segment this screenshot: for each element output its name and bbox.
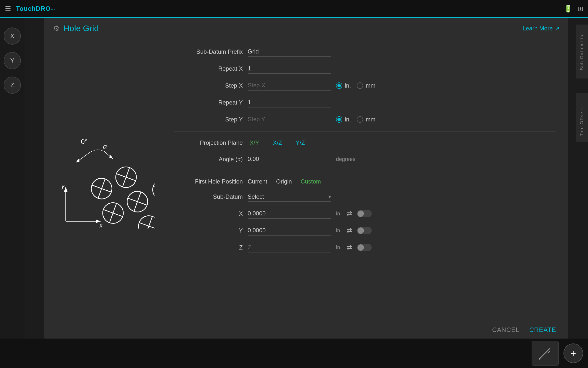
projection-yz-button[interactable]: Y/Z <box>294 138 307 147</box>
y-unit: in. <box>336 227 342 234</box>
step-x-mm-label: mm <box>366 82 375 89</box>
divider-1 <box>174 131 556 131</box>
create-button[interactable]: CREATE <box>529 326 556 334</box>
modal-title-area: ⚙ Hole Grid <box>53 24 99 33</box>
sub-datum-row: Sub-Datum Select ▾ <box>174 192 556 202</box>
step-x-in-radio-circle <box>336 82 342 89</box>
projection-xy-button[interactable]: X/Y <box>248 138 261 147</box>
axis-z-button[interactable]: Z <box>4 77 21 94</box>
form-area: Sub-Datum Prefix Repeat X Step X in. <box>162 39 568 321</box>
step-y-in-label: in. <box>345 116 351 123</box>
gear-icon: ⚙ <box>53 24 60 33</box>
svg-point-25 <box>135 212 154 229</box>
modal-footer: CANCEL CREATE <box>44 321 568 339</box>
projection-xz-button[interactable]: X/Z <box>271 138 284 147</box>
sub-datum-prefix-input[interactable] <box>248 47 331 57</box>
step-x-mm-radio[interactable]: mm <box>357 82 375 89</box>
step-y-mm-label: mm <box>366 116 375 123</box>
repeat-y-row: Repeat Y <box>174 97 556 107</box>
x-coordinate-input[interactable] <box>248 209 331 219</box>
add-button[interactable]: + <box>563 343 583 363</box>
angle-label: Angle (α) <box>174 156 243 163</box>
bottom-toolbar: + <box>0 339 588 368</box>
x-coordinate-label: X <box>174 210 243 217</box>
divider-2 <box>174 171 556 171</box>
angle-input[interactable] <box>248 154 331 164</box>
z-toggle-knob <box>358 244 364 251</box>
left-sidebar: X Y Z <box>0 18 25 368</box>
z-coordinate-input[interactable] <box>248 242 331 252</box>
angle-unit: degrees <box>336 156 356 162</box>
drill-icon <box>538 346 552 361</box>
sub-datum-prefix-row: Sub-Datum Prefix <box>174 47 556 57</box>
step-y-input[interactable] <box>248 114 331 124</box>
step-x-unit-group: in. mm <box>336 82 375 89</box>
x-unit: in. <box>336 210 342 217</box>
x-toggle[interactable] <box>357 210 372 217</box>
step-y-label: Step Y <box>174 116 243 123</box>
svg-line-0 <box>540 351 548 358</box>
drill-tool-button[interactable] <box>532 341 559 366</box>
svg-line-24 <box>153 180 154 199</box>
svg-text:0°: 0° <box>81 138 88 145</box>
projection-group: X/Y X/Z Y/Z <box>248 138 307 147</box>
repeat-x-label: Repeat X <box>174 65 243 72</box>
position-current-button[interactable]: Current <box>248 178 267 185</box>
step-x-input[interactable] <box>248 80 331 91</box>
z-unit: in. <box>336 244 342 251</box>
modal-header: ⚙ Hole Grid Learn More ↗ <box>44 18 568 39</box>
repeat-y-label: Repeat Y <box>174 99 243 106</box>
diagram-area: 0° α <box>44 39 162 321</box>
svg-line-23 <box>153 180 154 199</box>
cancel-button[interactable]: CANCEL <box>492 326 519 334</box>
sub-datum-select-wrapper: Select ▾ <box>248 192 331 202</box>
first-hole-position-label: First Hole Position <box>174 178 243 185</box>
top-bar: ☰ TouchDRO··· 🔋 ⊞ <box>0 0 588 18</box>
svg-line-1 <box>548 348 550 351</box>
repeat-x-input[interactable] <box>248 64 331 74</box>
svg-text:y: y <box>61 182 65 190</box>
step-y-row: Step Y in. mm <box>174 114 556 124</box>
step-y-unit-group: in. mm <box>336 116 375 123</box>
step-x-row: Step X in. mm <box>174 80 556 91</box>
step-x-in-radio[interactable]: in. <box>336 82 351 89</box>
step-y-in-radio[interactable]: in. <box>336 116 351 123</box>
step-y-mm-radio[interactable]: mm <box>357 116 375 123</box>
y-transfer-icon[interactable]: ⇄ <box>346 226 352 235</box>
menu-icon[interactable]: ☰ <box>5 5 11 13</box>
z-transfer-icon[interactable]: ⇄ <box>346 243 352 251</box>
sub-datum-prefix-label: Sub-Datum Prefix <box>174 48 243 55</box>
modal-title: Hole Grid <box>64 24 99 33</box>
svg-line-18 <box>103 203 123 223</box>
tool-offsets-tab[interactable]: Tool Offsets <box>576 93 588 142</box>
top-bar-right: 🔋 ⊞ <box>564 5 583 13</box>
hole-grid-diagram: 0° α <box>51 131 154 230</box>
axis-y-button[interactable]: Y <box>4 52 21 69</box>
position-group: Current Origin Custom <box>248 178 321 185</box>
projection-plane-label: Projection Plane <box>174 139 243 146</box>
angle-row: Angle (α) degrees <box>174 154 556 164</box>
svg-line-3 <box>548 351 550 353</box>
step-x-label: Step X <box>174 82 243 89</box>
repeat-x-row: Repeat X <box>174 64 556 74</box>
projection-plane-row: Projection Plane X/Y X/Z Y/Z <box>174 138 556 147</box>
axis-x-button[interactable]: X <box>4 27 21 45</box>
hole-grid-modal: ⚙ Hole Grid Learn More ↗ 0° α <box>44 18 568 339</box>
svg-line-27 <box>139 216 154 229</box>
learn-more-link[interactable]: Learn More ↗ <box>523 25 560 32</box>
z-toggle[interactable] <box>357 244 372 251</box>
position-custom-button[interactable]: Custom <box>301 178 321 185</box>
repeat-y-input[interactable] <box>248 97 331 107</box>
sub-datum-select[interactable]: Select <box>248 192 331 202</box>
y-toggle[interactable] <box>357 227 372 234</box>
y-coordinate-input[interactable] <box>248 225 331 236</box>
step-x-mm-radio-circle <box>357 82 363 89</box>
svg-line-21 <box>128 192 147 211</box>
sub-datum-list-tab[interactable]: Sub-Datum List <box>576 25 588 79</box>
svg-line-15 <box>116 167 136 187</box>
x-transfer-icon[interactable]: ⇄ <box>346 210 352 218</box>
modal-body: 0° α <box>44 39 568 321</box>
svg-line-26 <box>139 216 154 229</box>
position-origin-button[interactable]: Origin <box>276 178 292 185</box>
step-y-mm-radio-circle <box>357 116 363 123</box>
